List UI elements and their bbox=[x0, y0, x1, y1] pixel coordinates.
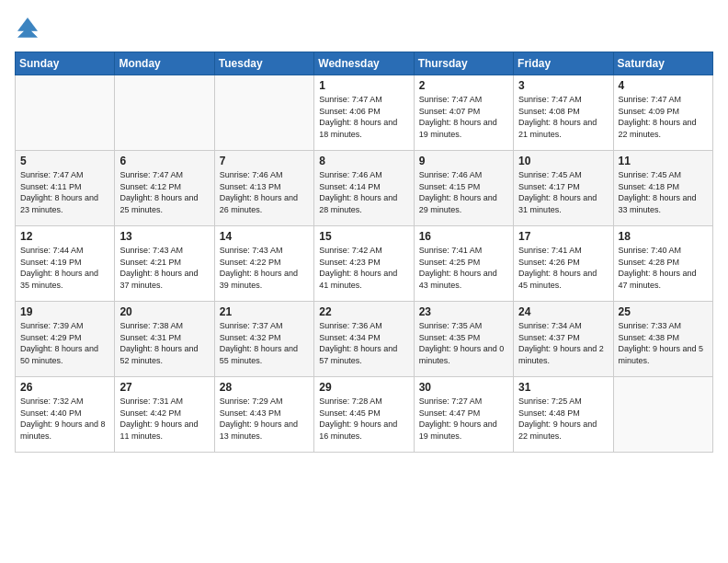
calendar-cell: 30Sunrise: 7:27 AM Sunset: 4:47 PM Dayli… bbox=[414, 377, 513, 453]
page-header bbox=[15, 15, 713, 40]
day-info: Sunrise: 7:39 AM Sunset: 4:29 PM Dayligh… bbox=[20, 320, 109, 366]
calendar-day-header: Sunday bbox=[16, 52, 115, 75]
day-number: 22 bbox=[319, 305, 408, 318]
day-number: 31 bbox=[518, 381, 608, 394]
day-info: Sunrise: 7:47 AM Sunset: 4:06 PM Dayligh… bbox=[319, 94, 408, 140]
day-info: Sunrise: 7:31 AM Sunset: 4:42 PM Dayligh… bbox=[119, 396, 209, 442]
day-info: Sunrise: 7:28 AM Sunset: 4:45 PM Dayligh… bbox=[319, 396, 408, 442]
calendar-day-header: Wednesday bbox=[314, 52, 414, 75]
day-number: 23 bbox=[419, 305, 508, 318]
day-number: 29 bbox=[319, 381, 408, 394]
day-number: 13 bbox=[119, 230, 209, 243]
day-number: 25 bbox=[619, 305, 708, 318]
day-info: Sunrise: 7:45 AM Sunset: 4:17 PM Dayligh… bbox=[518, 169, 608, 215]
day-info: Sunrise: 7:42 AM Sunset: 4:23 PM Dayligh… bbox=[319, 245, 408, 291]
day-number: 15 bbox=[319, 230, 408, 243]
day-number: 2 bbox=[419, 79, 508, 92]
calendar-cell: 14Sunrise: 7:43 AM Sunset: 4:22 PM Dayli… bbox=[214, 226, 313, 302]
day-number: 8 bbox=[319, 155, 408, 167]
calendar-week-row: 26Sunrise: 7:32 AM Sunset: 4:40 PM Dayli… bbox=[16, 377, 713, 453]
day-number: 24 bbox=[518, 305, 608, 318]
day-number: 30 bbox=[419, 381, 508, 394]
day-info: Sunrise: 7:34 AM Sunset: 4:37 PM Dayligh… bbox=[518, 320, 608, 366]
calendar-week-row: 12Sunrise: 7:44 AM Sunset: 4:19 PM Dayli… bbox=[16, 226, 713, 302]
calendar-cell: 4Sunrise: 7:47 AM Sunset: 4:09 PM Daylig… bbox=[613, 75, 712, 151]
day-number: 17 bbox=[518, 230, 608, 243]
day-info: Sunrise: 7:47 AM Sunset: 4:11 PM Dayligh… bbox=[20, 169, 109, 215]
calendar-cell: 9Sunrise: 7:46 AM Sunset: 4:15 PM Daylig… bbox=[414, 151, 513, 226]
calendar-cell bbox=[16, 75, 115, 151]
calendar-cell: 24Sunrise: 7:34 AM Sunset: 4:37 PM Dayli… bbox=[514, 302, 613, 377]
day-info: Sunrise: 7:41 AM Sunset: 4:26 PM Dayligh… bbox=[518, 245, 608, 291]
day-info: Sunrise: 7:46 AM Sunset: 4:15 PM Dayligh… bbox=[419, 169, 508, 215]
calendar-cell: 16Sunrise: 7:41 AM Sunset: 4:25 PM Dayli… bbox=[414, 226, 513, 302]
day-number: 11 bbox=[619, 155, 708, 167]
day-info: Sunrise: 7:29 AM Sunset: 4:43 PM Dayligh… bbox=[220, 396, 309, 442]
day-info: Sunrise: 7:35 AM Sunset: 4:35 PM Dayligh… bbox=[419, 320, 508, 366]
day-info: Sunrise: 7:27 AM Sunset: 4:47 PM Dayligh… bbox=[419, 396, 508, 442]
calendar-cell: 28Sunrise: 7:29 AM Sunset: 4:43 PM Dayli… bbox=[214, 377, 313, 453]
calendar-cell: 18Sunrise: 7:40 AM Sunset: 4:28 PM Dayli… bbox=[613, 226, 712, 302]
day-info: Sunrise: 7:47 AM Sunset: 4:08 PM Dayligh… bbox=[518, 94, 608, 140]
calendar-cell: 7Sunrise: 7:46 AM Sunset: 4:13 PM Daylig… bbox=[214, 151, 313, 226]
day-number: 9 bbox=[419, 155, 508, 167]
calendar-day-header: Monday bbox=[115, 52, 214, 75]
calendar-cell: 23Sunrise: 7:35 AM Sunset: 4:35 PM Dayli… bbox=[414, 302, 513, 377]
day-info: Sunrise: 7:44 AM Sunset: 4:19 PM Dayligh… bbox=[20, 245, 109, 291]
calendar-cell: 8Sunrise: 7:46 AM Sunset: 4:14 PM Daylig… bbox=[314, 151, 414, 226]
calendar-table: SundayMondayTuesdayWednesdayThursdayFrid… bbox=[15, 52, 713, 453]
calendar-cell: 5Sunrise: 7:47 AM Sunset: 4:11 PM Daylig… bbox=[16, 151, 115, 226]
day-number: 27 bbox=[119, 381, 209, 394]
calendar-week-row: 1Sunrise: 7:47 AM Sunset: 4:06 PM Daylig… bbox=[16, 75, 713, 151]
calendar-cell: 29Sunrise: 7:28 AM Sunset: 4:45 PM Dayli… bbox=[314, 377, 414, 453]
calendar-week-row: 19Sunrise: 7:39 AM Sunset: 4:29 PM Dayli… bbox=[16, 302, 713, 377]
calendar-week-row: 5Sunrise: 7:47 AM Sunset: 4:11 PM Daylig… bbox=[16, 151, 713, 226]
calendar-cell: 3Sunrise: 7:47 AM Sunset: 4:08 PM Daylig… bbox=[514, 75, 613, 151]
day-number: 16 bbox=[419, 230, 508, 243]
day-number: 7 bbox=[220, 155, 309, 167]
calendar-cell: 25Sunrise: 7:33 AM Sunset: 4:38 PM Dayli… bbox=[613, 302, 712, 377]
day-info: Sunrise: 7:41 AM Sunset: 4:25 PM Dayligh… bbox=[419, 245, 508, 291]
day-info: Sunrise: 7:45 AM Sunset: 4:18 PM Dayligh… bbox=[619, 169, 708, 215]
day-info: Sunrise: 7:47 AM Sunset: 4:12 PM Dayligh… bbox=[119, 169, 209, 215]
calendar-cell: 2Sunrise: 7:47 AM Sunset: 4:07 PM Daylig… bbox=[414, 75, 513, 151]
calendar-cell: 17Sunrise: 7:41 AM Sunset: 4:26 PM Dayli… bbox=[514, 226, 613, 302]
day-number: 10 bbox=[518, 155, 608, 167]
day-number: 12 bbox=[20, 230, 109, 243]
day-number: 26 bbox=[20, 381, 109, 394]
calendar-cell: 26Sunrise: 7:32 AM Sunset: 4:40 PM Dayli… bbox=[16, 377, 115, 453]
day-info: Sunrise: 7:47 AM Sunset: 4:09 PM Dayligh… bbox=[619, 94, 708, 140]
day-info: Sunrise: 7:43 AM Sunset: 4:21 PM Dayligh… bbox=[119, 245, 209, 291]
calendar-cell bbox=[115, 75, 214, 151]
day-info: Sunrise: 7:47 AM Sunset: 4:07 PM Dayligh… bbox=[419, 94, 508, 140]
day-number: 5 bbox=[20, 155, 109, 167]
day-info: Sunrise: 7:43 AM Sunset: 4:22 PM Dayligh… bbox=[220, 245, 309, 291]
calendar-cell: 20Sunrise: 7:38 AM Sunset: 4:31 PM Dayli… bbox=[115, 302, 214, 377]
calendar-cell: 13Sunrise: 7:43 AM Sunset: 4:21 PM Dayli… bbox=[115, 226, 214, 302]
day-number: 4 bbox=[619, 79, 708, 92]
day-info: Sunrise: 7:46 AM Sunset: 4:14 PM Dayligh… bbox=[319, 169, 408, 215]
day-info: Sunrise: 7:32 AM Sunset: 4:40 PM Dayligh… bbox=[20, 396, 109, 442]
logo-icon bbox=[15, 15, 40, 40]
day-info: Sunrise: 7:40 AM Sunset: 4:28 PM Dayligh… bbox=[619, 245, 708, 291]
calendar-cell: 21Sunrise: 7:37 AM Sunset: 4:32 PM Dayli… bbox=[214, 302, 313, 377]
logo bbox=[15, 15, 44, 40]
page-container: SundayMondayTuesdayWednesdayThursdayFrid… bbox=[0, 0, 728, 462]
calendar-day-header: Friday bbox=[514, 52, 613, 75]
calendar-cell: 1Sunrise: 7:47 AM Sunset: 4:06 PM Daylig… bbox=[314, 75, 414, 151]
calendar-day-header: Tuesday bbox=[214, 52, 313, 75]
day-info: Sunrise: 7:46 AM Sunset: 4:13 PM Dayligh… bbox=[220, 169, 309, 215]
calendar-header-row: SundayMondayTuesdayWednesdayThursdayFrid… bbox=[16, 52, 713, 75]
day-number: 21 bbox=[220, 305, 309, 318]
day-number: 19 bbox=[20, 305, 109, 318]
calendar-cell: 12Sunrise: 7:44 AM Sunset: 4:19 PM Dayli… bbox=[16, 226, 115, 302]
day-number: 14 bbox=[220, 230, 309, 243]
calendar-cell: 22Sunrise: 7:36 AM Sunset: 4:34 PM Dayli… bbox=[314, 302, 414, 377]
calendar-cell: 11Sunrise: 7:45 AM Sunset: 4:18 PM Dayli… bbox=[613, 151, 712, 226]
calendar-cell bbox=[214, 75, 313, 151]
calendar-day-header: Thursday bbox=[414, 52, 513, 75]
calendar-cell bbox=[613, 377, 712, 453]
day-number: 6 bbox=[119, 155, 209, 167]
day-number: 18 bbox=[619, 230, 708, 243]
day-info: Sunrise: 7:33 AM Sunset: 4:38 PM Dayligh… bbox=[619, 320, 708, 366]
